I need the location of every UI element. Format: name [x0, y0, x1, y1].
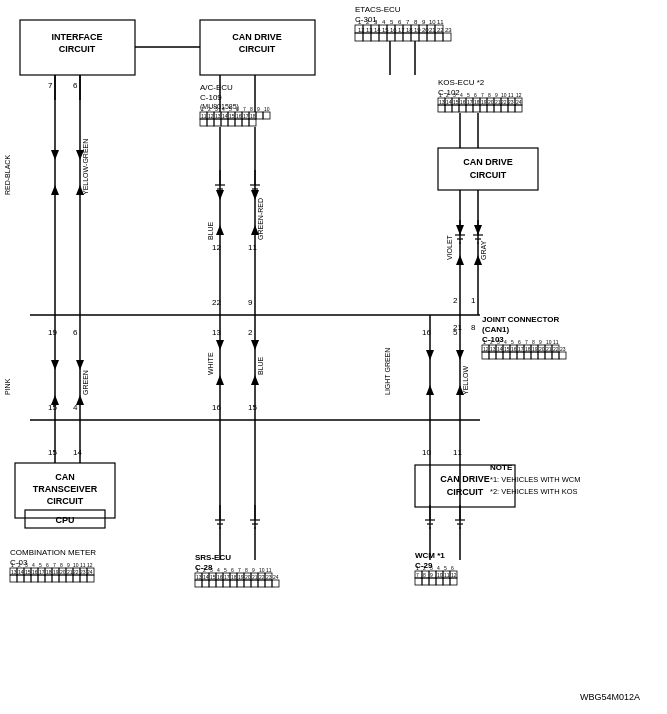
svg-text:18: 18	[231, 574, 237, 580]
svg-text:4: 4	[437, 565, 440, 571]
svg-text:14: 14	[203, 574, 209, 580]
svg-text:22: 22	[501, 99, 507, 105]
svg-text:2: 2	[203, 567, 206, 573]
svg-text:GRAY: GRAY	[480, 240, 487, 260]
svg-text:18: 18	[525, 346, 531, 352]
svg-text:3: 3	[430, 565, 433, 571]
svg-text:17: 17	[39, 569, 45, 575]
svg-text:19: 19	[48, 328, 57, 337]
svg-text:17: 17	[243, 113, 249, 119]
svg-text:2: 2	[423, 565, 426, 571]
svg-text:*2: VEHICLES WITH KOS: *2: VEHICLES WITH KOS	[490, 487, 578, 496]
svg-text:2: 2	[446, 92, 449, 98]
svg-text:1: 1	[196, 567, 199, 573]
svg-text:8: 8	[245, 567, 248, 573]
svg-text:6: 6	[474, 92, 477, 98]
svg-text:CAN DRIVE: CAN DRIVE	[232, 32, 282, 42]
svg-text:17: 17	[467, 99, 473, 105]
svg-text:22: 22	[73, 569, 79, 575]
svg-text:CIRCUIT: CIRCUIT	[239, 44, 276, 54]
svg-text:15: 15	[229, 113, 235, 119]
svg-text:12: 12	[451, 572, 457, 578]
svg-text:17: 17	[398, 27, 405, 33]
svg-text:19: 19	[532, 346, 538, 352]
svg-text:8: 8	[471, 323, 476, 332]
wiring-diagram: INTERFACE CIRCUIT CAN DRIVE CIRCUIT ETAC…	[0, 0, 667, 714]
svg-text:20: 20	[539, 346, 545, 352]
svg-text:1: 1	[201, 106, 204, 112]
svg-text:21: 21	[546, 346, 552, 352]
svg-text:11: 11	[201, 113, 207, 119]
svg-text:24: 24	[516, 99, 522, 105]
svg-text:2: 2	[208, 106, 211, 112]
svg-text:12: 12	[516, 92, 522, 98]
svg-text:9: 9	[252, 567, 255, 573]
svg-text:10: 10	[501, 92, 507, 98]
svg-text:7: 7	[243, 106, 246, 112]
svg-text:7: 7	[525, 339, 528, 345]
svg-text:10: 10	[429, 19, 436, 25]
svg-text:23: 23	[80, 569, 86, 575]
svg-text:COMBINATION METER: COMBINATION METER	[10, 548, 96, 557]
svg-text:12: 12	[87, 562, 93, 568]
svg-text:17: 17	[518, 346, 524, 352]
svg-text:14: 14	[222, 113, 228, 119]
svg-text:10: 10	[73, 562, 79, 568]
svg-text:5: 5	[39, 562, 42, 568]
svg-text:18: 18	[46, 569, 52, 575]
svg-text:17: 17	[224, 574, 230, 580]
svg-text:16: 16	[32, 569, 38, 575]
svg-text:13: 13	[366, 27, 373, 33]
svg-text:18: 18	[406, 27, 413, 33]
svg-text:5: 5	[224, 567, 227, 573]
svg-text:15: 15	[210, 574, 216, 580]
svg-text:14: 14	[497, 346, 503, 352]
svg-text:3: 3	[497, 339, 500, 345]
svg-text:8: 8	[60, 562, 63, 568]
svg-text:5: 5	[444, 565, 447, 571]
svg-text:7: 7	[416, 572, 419, 578]
svg-text:24: 24	[273, 574, 279, 580]
svg-text:10: 10	[264, 106, 270, 112]
svg-text:1: 1	[439, 92, 442, 98]
svg-text:KOS-ECU *2: KOS-ECU *2	[438, 78, 485, 87]
svg-text:19: 19	[238, 574, 244, 580]
svg-text:13: 13	[490, 346, 496, 352]
svg-text:1: 1	[483, 339, 486, 345]
svg-text:8: 8	[488, 92, 491, 98]
svg-text:6: 6	[231, 567, 234, 573]
svg-text:21: 21	[495, 99, 501, 105]
svg-text:15: 15	[25, 569, 31, 575]
svg-text:VIOLET: VIOLET	[446, 234, 453, 260]
svg-text:22: 22	[437, 27, 444, 33]
svg-text:YELLOW: YELLOW	[462, 365, 469, 395]
svg-text:16: 16	[217, 574, 223, 580]
svg-text:CIRCUIT: CIRCUIT	[470, 170, 507, 180]
svg-text:YELLOW-GREEN: YELLOW-GREEN	[82, 139, 89, 195]
svg-text:2: 2	[18, 562, 21, 568]
svg-text:7: 7	[481, 92, 484, 98]
svg-text:3: 3	[453, 92, 456, 98]
svg-text:5: 5	[453, 328, 458, 337]
svg-text:TRANSCEIVER: TRANSCEIVER	[33, 484, 98, 494]
svg-text:JOINT CONNECTOR: JOINT CONNECTOR	[482, 315, 559, 324]
svg-text:11: 11	[553, 339, 559, 345]
svg-text:2: 2	[490, 339, 493, 345]
svg-text:23: 23	[560, 346, 566, 352]
svg-text:13: 13	[11, 569, 17, 575]
svg-text:3: 3	[215, 106, 218, 112]
svg-text:13: 13	[212, 328, 221, 337]
svg-text:INTERFACE: INTERFACE	[51, 32, 102, 42]
svg-text:6: 6	[73, 81, 78, 90]
svg-text:23: 23	[508, 99, 514, 105]
svg-text:22: 22	[259, 574, 265, 580]
svg-text:11: 11	[508, 92, 514, 98]
svg-text:1: 1	[471, 296, 476, 305]
svg-text:11: 11	[248, 243, 257, 252]
svg-text:9: 9	[539, 339, 542, 345]
svg-text:2: 2	[453, 296, 458, 305]
svg-text:1: 1	[416, 565, 419, 571]
svg-text:21: 21	[67, 569, 73, 575]
svg-text:10: 10	[437, 572, 443, 578]
svg-text:6: 6	[46, 562, 49, 568]
